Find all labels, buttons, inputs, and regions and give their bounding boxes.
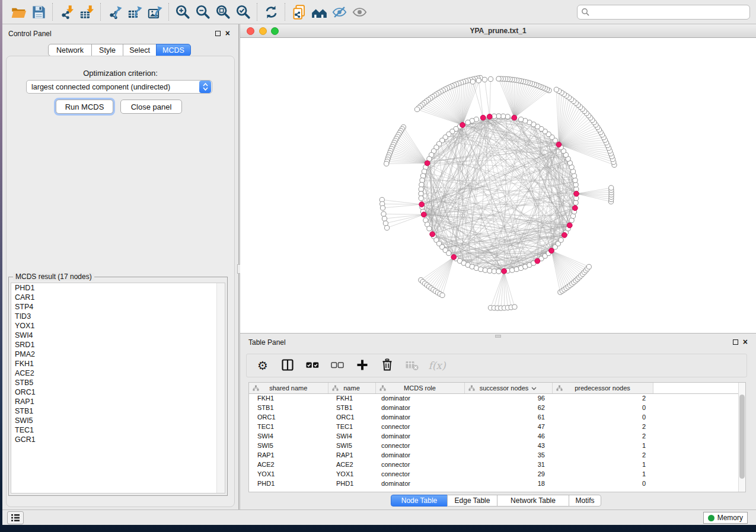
cell-mcds-role[interactable]: connector <box>375 422 464 431</box>
eye-button[interactable] <box>349 2 369 21</box>
mcds-result-item[interactable]: STP4 <box>11 302 225 312</box>
cell-name[interactable]: ACE2 <box>328 460 375 469</box>
column-header-name[interactable]: name <box>328 383 375 393</box>
cell-predecessor-nodes[interactable]: 0 <box>552 403 653 412</box>
mcds-result-item[interactable]: YOX1 <box>11 321 225 331</box>
cell-shared-name[interactable]: SWI4 <box>249 431 328 441</box>
zoom-selected-button[interactable] <box>233 2 253 21</box>
close-panel-icon[interactable]: × <box>225 30 230 36</box>
mcds-list-scrollbar[interactable] <box>216 283 225 493</box>
table-row[interactable]: PHD1PHD1dominator180 <box>249 479 739 488</box>
cell-shared-name[interactable]: TEC1 <box>249 422 328 431</box>
table-row[interactable]: SWI4SWI4dominator462 <box>249 431 739 441</box>
table-row[interactable]: SWI5SWI5connector431 <box>249 441 739 450</box>
table-row[interactable]: ORC1ORC1dominator610 <box>249 412 739 422</box>
cell-successor-nodes[interactable]: 18 <box>464 479 552 488</box>
close-panel-button[interactable]: Close panel <box>120 100 182 114</box>
mcds-result-item[interactable]: PHD1 <box>11 283 225 293</box>
memory-button[interactable]: Memory <box>703 512 748 524</box>
tab-network-table[interactable]: Network Table <box>497 495 569 507</box>
export-network-button[interactable] <box>104 2 125 21</box>
cell-shared-name[interactable]: ACE2 <box>249 460 328 469</box>
search-input[interactable] <box>577 5 750 20</box>
import-table-button[interactable] <box>76 2 97 21</box>
mcds-result-item[interactable]: TEC1 <box>11 425 225 435</box>
delete-row-button[interactable] <box>378 357 396 374</box>
columns-button[interactable] <box>279 357 296 374</box>
tab-edge-table[interactable]: Edge Table <box>447 495 497 507</box>
cell-predecessor-nodes[interactable]: 2 <box>552 422 653 431</box>
settings-button[interactable]: ⚙ <box>254 357 272 374</box>
cell-predecessor-nodes[interactable]: 1 <box>552 441 653 450</box>
cell-successor-nodes[interactable]: 61 <box>464 412 552 422</box>
cell-predecessor-nodes[interactable]: 1 <box>552 460 653 469</box>
show-panels-button[interactable] <box>7 511 24 524</box>
mcds-result-item[interactable]: ACE2 <box>11 368 225 378</box>
cell-mcds-role[interactable]: dominator <box>375 431 464 441</box>
cell-successor-nodes[interactable]: 47 <box>464 422 552 431</box>
cell-successor-nodes[interactable]: 35 <box>464 450 552 460</box>
column-header-predecessor-nodes[interactable]: predecessor nodes <box>552 383 653 393</box>
open-folder-button[interactable] <box>8 2 28 21</box>
cell-name[interactable]: PHD1 <box>328 479 375 488</box>
document-share-button[interactable] <box>289 2 309 21</box>
cell-mcds-role[interactable]: dominator <box>375 479 464 488</box>
mcds-result-item[interactable]: RAP1 <box>11 397 225 406</box>
zoom-out-button[interactable] <box>193 2 213 21</box>
table-scrollbar[interactable] <box>738 383 745 492</box>
refresh-button[interactable] <box>261 2 281 21</box>
eye-hidden-button[interactable] <box>329 2 349 21</box>
float-panel-icon[interactable] <box>215 31 221 36</box>
save-button[interactable] <box>28 2 49 21</box>
cell-mcds-role[interactable]: dominator <box>375 403 464 412</box>
select-all-button[interactable] <box>304 357 321 374</box>
cell-successor-nodes[interactable]: 46 <box>464 431 552 441</box>
table-scrollbar-thumb[interactable] <box>739 395 745 479</box>
tab-network[interactable]: Network <box>48 44 92 56</box>
table-row[interactable]: FKH1FKH1dominator962 <box>249 393 739 403</box>
tab-node-table[interactable]: Node Table <box>391 495 448 507</box>
cell-mcds-role[interactable]: connector <box>375 460 464 469</box>
cell-predecessor-nodes[interactable]: 2 <box>552 393 653 403</box>
cell-shared-name[interactable]: STB1 <box>249 403 328 412</box>
cell-shared-name[interactable]: PHD1 <box>249 479 328 488</box>
mcds-result-item[interactable]: STB5 <box>11 378 225 387</box>
export-image-button[interactable] <box>145 2 165 21</box>
table-row[interactable]: TEC1TEC1connector472 <box>249 422 739 431</box>
cell-predecessor-nodes[interactable]: 1 <box>552 469 653 479</box>
cell-mcds-role[interactable]: dominator <box>375 393 464 403</box>
cell-successor-nodes[interactable]: 96 <box>464 393 552 403</box>
cell-mcds-role[interactable]: dominator <box>375 412 464 422</box>
export-table-button[interactable] <box>125 2 145 21</box>
network-canvas[interactable] <box>240 38 756 333</box>
cell-name[interactable]: STB1 <box>328 403 375 412</box>
mcds-result-item[interactable]: SWI4 <box>11 331 225 340</box>
table-row[interactable]: YOX1YOX1connector291 <box>249 469 739 479</box>
cell-shared-name[interactable]: ORC1 <box>249 412 328 422</box>
mcds-result-item[interactable]: GCR1 <box>11 435 225 444</box>
criterion-dropdown[interactable]: largest connected component (undirected) <box>26 80 212 94</box>
cell-name[interactable]: YOX1 <box>328 469 375 479</box>
cell-successor-nodes[interactable]: 43 <box>464 441 552 450</box>
run-mcds-button[interactable]: Run MCDS <box>56 100 113 114</box>
deselect-all-button[interactable] <box>328 357 346 374</box>
cell-shared-name[interactable]: RAP1 <box>249 450 328 460</box>
horizontal-splitter-grip[interactable] <box>495 335 501 338</box>
tab-mcds[interactable]: MCDS <box>156 44 191 56</box>
mcds-result-item[interactable]: SRD1 <box>11 340 225 350</box>
tab-select[interactable]: Select <box>123 44 157 56</box>
import-network-button[interactable] <box>56 2 76 21</box>
cell-shared-name[interactable]: YOX1 <box>249 469 328 479</box>
cell-mcds-role[interactable]: connector <box>375 469 464 479</box>
zoom-in-button[interactable] <box>173 2 193 21</box>
network-titlebar[interactable]: YPA_prune.txt_1 <box>240 24 756 38</box>
cell-name[interactable]: SWI5 <box>328 441 375 450</box>
cell-shared-name[interactable]: SWI5 <box>249 441 328 450</box>
cell-predecessor-nodes[interactable]: 2 <box>552 450 653 460</box>
column-header-successor-nodes[interactable]: successor nodes <box>464 383 552 393</box>
close-table-panel-icon[interactable]: × <box>743 339 748 345</box>
table-row[interactable]: RAP1RAP1dominator352 <box>249 450 739 460</box>
table-row[interactable]: STB1STB1dominator620 <box>249 403 739 412</box>
cell-successor-nodes[interactable]: 29 <box>464 469 552 479</box>
mcds-result-item[interactable]: SWI5 <box>11 416 225 425</box>
